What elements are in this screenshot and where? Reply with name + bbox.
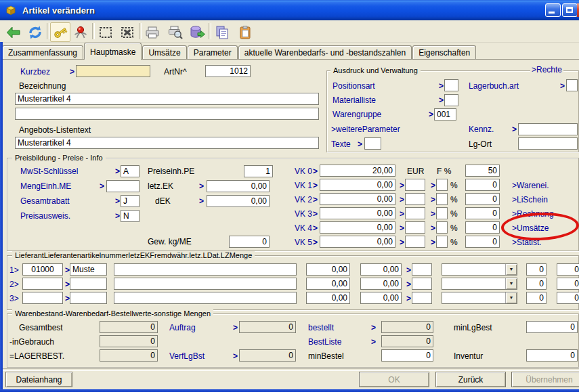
rechte-link[interactable]: >Rechte xyxy=(530,65,563,74)
vk3-input[interactable] xyxy=(320,207,395,219)
lischein-link[interactable]: >LiSchein xyxy=(512,195,548,204)
dateianhang-button[interactable]: Dateianhang xyxy=(5,372,72,387)
vk2-pct-input[interactable] xyxy=(465,193,500,205)
artnr-input[interactable] xyxy=(205,65,251,77)
zurueck-button[interactable]: Zurück xyxy=(435,372,506,387)
lieferant2-menge-input[interactable] xyxy=(557,278,579,290)
database-export-button[interactable] xyxy=(187,22,207,42)
chevron-down-icon[interactable]: ▼ xyxy=(505,278,517,289)
copy-button[interactable] xyxy=(212,22,232,42)
print-button[interactable] xyxy=(142,22,163,42)
vk5-pct-input[interactable] xyxy=(465,236,500,248)
vk0-pct-input[interactable] xyxy=(465,165,500,177)
vk1-aux2-input[interactable] xyxy=(436,179,448,191)
preiseinh-input[interactable] xyxy=(244,165,273,177)
lagerbuchart-input[interactable] xyxy=(566,79,578,91)
vk1-aux1-input[interactable] xyxy=(405,179,425,191)
chevron-down-icon[interactable]: ▼ xyxy=(505,264,517,275)
vk1-pct-input[interactable] xyxy=(465,179,500,191)
tab-eigenschaften[interactable]: Eigenschaften xyxy=(412,45,476,59)
letzek-input[interactable] xyxy=(207,180,270,192)
bestliste-label[interactable]: BestListe xyxy=(308,337,341,347)
vk1-input[interactable] xyxy=(320,179,395,191)
auftrag-label[interactable]: Auftrag xyxy=(169,323,196,332)
vk3-aux1-input[interactable] xyxy=(405,207,425,219)
bezeichnung2-input[interactable] xyxy=(15,108,319,120)
texte-label[interactable]: Texte xyxy=(331,139,351,149)
lieferant2-name-input[interactable] xyxy=(70,278,107,290)
minlgbest-input[interactable] xyxy=(526,321,578,333)
verflgbst-label[interactable]: VerfLgBst xyxy=(169,351,205,361)
lieferant2-ldat-input[interactable] xyxy=(412,278,432,290)
lieferant2-ek-input[interactable] xyxy=(306,278,350,290)
warengruppe-label[interactable]: Warengruppe xyxy=(333,110,381,119)
mengeinh-label[interactable]: MengEinh.ME xyxy=(20,181,71,191)
lieferant3-fremd-input[interactable] xyxy=(360,292,402,304)
bezeichnung-input[interactable] xyxy=(15,93,319,105)
lieferant3-ek-input[interactable] xyxy=(306,292,350,304)
lieferant2-nr-input[interactable] xyxy=(22,278,63,290)
lieferant1-menge-input[interactable] xyxy=(557,263,579,276)
materialliste-label[interactable]: Materialliste xyxy=(333,95,376,105)
key-button[interactable] xyxy=(50,22,70,42)
vk5-aux2-input[interactable] xyxy=(436,236,448,248)
minimize-button[interactable] xyxy=(545,3,561,17)
lieferant2-fremd-input[interactable] xyxy=(360,278,402,290)
vk1-label[interactable]: VK 1 xyxy=(295,181,312,190)
weitere-parameter-link[interactable]: >weitereParameter xyxy=(331,125,400,134)
lieferant1-artnr-input[interactable] xyxy=(114,263,297,276)
lieferant3-combo[interactable]: ▼ xyxy=(442,292,517,304)
maximize-button[interactable] xyxy=(562,3,578,17)
lieferant2-artnr-input[interactable] xyxy=(114,278,297,290)
mwst-input[interactable] xyxy=(121,165,140,177)
angebots-listentext-input[interactable] xyxy=(15,137,319,149)
warenei-link[interactable]: >Warenei. xyxy=(512,181,549,190)
lieferant2-label[interactable]: 2> xyxy=(9,280,19,289)
texte-input[interactable] xyxy=(364,137,381,150)
minbestel-input[interactable] xyxy=(381,349,433,362)
lieferant3-name-input[interactable] xyxy=(70,292,107,304)
lieferant3-artnr-input[interactable] xyxy=(114,292,297,304)
refresh-button[interactable] xyxy=(25,22,45,42)
back-button[interactable] xyxy=(3,22,24,42)
lgort-input[interactable] xyxy=(518,137,578,150)
lieferant1-ldat-input[interactable] xyxy=(412,263,432,276)
lieferant1-fremd-input[interactable] xyxy=(360,263,402,276)
delete-selection-button[interactable] xyxy=(117,22,137,42)
gesamtrabatt-input[interactable] xyxy=(121,195,140,207)
vk4-input[interactable] xyxy=(320,221,395,234)
kennz-label[interactable]: Kennz. xyxy=(469,125,494,134)
vk3-label[interactable]: VK 3 xyxy=(295,209,312,219)
paste-button[interactable] xyxy=(235,22,255,42)
warengruppe-input[interactable] xyxy=(434,108,456,121)
mengeinh-input[interactable] xyxy=(106,180,140,192)
vk5-label[interactable]: VK 5 xyxy=(295,238,312,247)
bestellt-label[interactable]: bestellt xyxy=(308,323,334,332)
vk0-label[interactable]: VK 0 xyxy=(295,167,312,176)
positionsart-label[interactable]: Positionsart xyxy=(333,81,375,91)
mwst-label[interactable]: MwSt-Schlüssel xyxy=(20,167,78,176)
vk3-pct-input[interactable] xyxy=(465,207,500,219)
vk0-input[interactable] xyxy=(320,165,395,177)
tab-umsaetze[interactable]: Umsätze xyxy=(142,45,186,59)
preisausweis-label[interactable]: Preisausweis. xyxy=(20,211,70,221)
tab-zusammenfassung[interactable]: Zusammenfassung xyxy=(2,45,83,59)
vk5-aux1-input[interactable] xyxy=(405,236,425,248)
preisausweis-input[interactable] xyxy=(121,210,140,222)
lieferant1-name-input[interactable] xyxy=(70,263,107,276)
chevron-down-icon[interactable]: ▼ xyxy=(505,292,517,303)
uebernehmen-button[interactable]: Übernehmen xyxy=(511,372,579,387)
vk4-aux1-input[interactable] xyxy=(405,221,425,234)
kurzbez-label[interactable]: Kurzbez xyxy=(20,67,50,77)
lieferant1-combo[interactable]: ▼ xyxy=(442,263,517,276)
lagerbuchart-label[interactable]: Lagerbuch.art xyxy=(469,81,519,91)
lieferant1-ek-input[interactable] xyxy=(306,263,350,276)
materialliste-input[interactable] xyxy=(444,94,458,106)
lieferant3-lz-input[interactable] xyxy=(526,292,546,304)
vk2-label[interactable]: VK 2 xyxy=(295,195,312,204)
gesamtrabatt-label[interactable]: Gesamtrabatt xyxy=(20,196,70,206)
lieferant1-label[interactable]: 1> xyxy=(9,265,19,275)
vk4-aux2-input[interactable] xyxy=(436,221,448,234)
tab-warenbedarf[interactable]: aktuelle Warenbedarfs- und -bestandszahl… xyxy=(238,45,412,59)
selection-box-button[interactable] xyxy=(95,22,116,42)
